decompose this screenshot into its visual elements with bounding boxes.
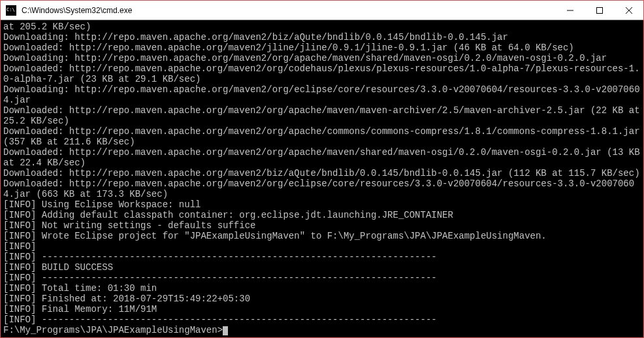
maximize-button[interactable] [585,1,614,20]
prompt[interactable]: F:\My_Programs\JPA\JPAExampleUsingMaven> [3,325,223,335]
cursor [223,326,228,335]
minimize-button[interactable] [555,1,585,20]
titlebar[interactable]: C:\Windows\System32\cmd.exe [1,1,643,20]
window-title: C:\Windows\System32\cmd.exe [20,6,555,15]
console-output[interactable]: at 205.2 KB/sec) Downloading: http://rep… [1,20,643,337]
svg-rect-1 [596,7,602,13]
window-controls [555,1,643,20]
close-button[interactable] [614,1,643,20]
cmd-icon [6,5,16,16]
